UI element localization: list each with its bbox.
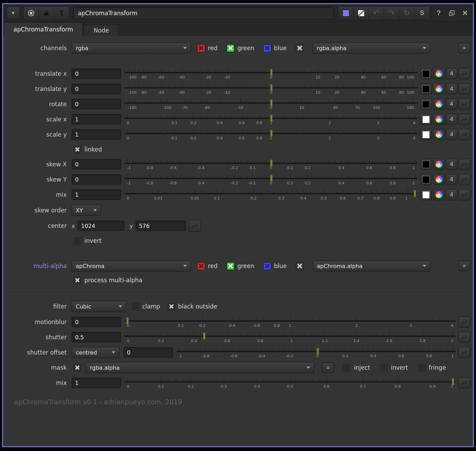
scale-y-curve-button[interactable] (459, 129, 470, 140)
alpha-channel-dropdown[interactable]: rgba.alpha (313, 43, 430, 54)
slider-handle[interactable] (270, 175, 273, 182)
translate-x-color-swatch-button[interactable] (420, 68, 432, 79)
translate-x-slider[interactable]: -100-80-60-40-20-1001020406080100 (125, 66, 418, 81)
undo-button[interactable]: ↶ (369, 7, 384, 20)
mix2-input[interactable] (72, 378, 121, 388)
mix-colorwheel-button[interactable] (433, 189, 445, 200)
slider-track[interactable] (125, 335, 456, 337)
channels-layer-dropdown[interactable]: rgba (72, 43, 191, 54)
skew-y-curve-button[interactable] (459, 174, 470, 185)
slider-handle[interactable] (414, 190, 416, 197)
scale-y-input[interactable] (72, 129, 121, 140)
filter-dropdown[interactable]: Cubic (72, 301, 126, 312)
rotate-input[interactable] (72, 99, 121, 109)
mix2-curve-button[interactable] (458, 377, 470, 388)
translate-y-slider[interactable]: -100-80-60-40-20-1001020406080100 (125, 81, 418, 96)
tab-apchromatransform[interactable]: apChromaTransform (4, 22, 83, 36)
shutter-offset-curve-button[interactable] (458, 347, 470, 358)
mask-checkbox[interactable] (74, 364, 81, 371)
scale-y-color-swatch-button[interactable] (420, 129, 432, 140)
translate-x-colorwheel-button[interactable] (433, 68, 445, 79)
center-node-button[interactable] (24, 7, 39, 20)
translate-y-input[interactable] (72, 84, 121, 94)
rotate-colorwheel-button[interactable] (433, 99, 445, 110)
shutter-offset-slider[interactable]: -1-0.8-0.6-0.4-0.200.20.40.60.81 (176, 345, 456, 360)
scale-y-channel-count-button[interactable]: 4 (446, 129, 457, 140)
skew-x-colorwheel-button[interactable] (433, 159, 445, 170)
center-curve-button[interactable] (189, 220, 201, 232)
scale-x-curve-button[interactable] (459, 114, 470, 125)
scale-y-colorwheel-button[interactable] (433, 129, 445, 140)
shutter-input[interactable] (72, 332, 121, 342)
float-window-button[interactable] (447, 7, 456, 20)
shutter-offset-dropdown[interactable]: centred (72, 347, 119, 358)
help-button[interactable]: ? (434, 7, 443, 20)
translate-x-curve-button[interactable] (459, 68, 470, 79)
slider-handle[interactable] (270, 69, 273, 76)
mix-input[interactable] (72, 190, 121, 200)
mix-channel-count-button[interactable]: 4 (446, 189, 457, 200)
shutter-offset-input[interactable] (123, 347, 173, 358)
linked-checkbox[interactable] (74, 146, 81, 153)
process-multi-alpha-checkbox[interactable] (74, 277, 81, 284)
motionblur-curve-button[interactable] (458, 316, 470, 328)
multi-alpha-blue-checkbox[interactable] (263, 262, 271, 270)
scale-x-input[interactable] (72, 114, 121, 125)
translate-y-colorwheel-button[interactable] (433, 83, 445, 94)
multi-alpha-green-checkbox[interactable] (227, 262, 235, 270)
redo-button[interactable]: ↷ (384, 7, 399, 20)
slider-handle[interactable] (317, 348, 319, 355)
skew-y-slider[interactable]: -1-0.8-0.6-0.4-0.2-0.100.10.20.40.60.81 (125, 172, 418, 187)
multi-alpha-layer-dropdown[interactable]: apChroma (72, 260, 191, 271)
skew-x-slider[interactable]: -1-0.8-0.6-0.4-0.2-0.100.10.20.40.60.81 (125, 157, 418, 172)
node-name-input[interactable] (73, 7, 334, 19)
multi-alpha-alpha-checkbox[interactable] (296, 262, 304, 270)
skew-x-input[interactable] (72, 159, 121, 169)
motionblur-input[interactable] (72, 317, 121, 327)
revert-button[interactable]: ↻ (399, 7, 414, 20)
skew-order-dropdown[interactable]: XY (72, 205, 101, 216)
mix-color-swatch-button[interactable] (420, 189, 432, 200)
multi-alpha-red-checkbox[interactable] (197, 262, 205, 270)
skew-x-color-swatch-button[interactable] (420, 159, 432, 170)
slider-track[interactable] (125, 320, 456, 322)
rotate-slider[interactable]: -180-100-70-40-100104070100180 (125, 96, 418, 112)
scale-x-color-swatch-button[interactable] (420, 114, 432, 125)
channel-blue-checkbox[interactable] (263, 44, 271, 52)
shutter-curve-button[interactable] (458, 332, 470, 343)
mix-curve-button[interactable] (459, 189, 470, 200)
gl-color-button[interactable] (354, 7, 369, 20)
mix-slider[interactable]: 00.010.050.10.20.30.40.50.60.70.80.91 (125, 187, 418, 202)
skew-y-channel-count-button[interactable]: 4 (446, 174, 457, 185)
skew-y-input[interactable] (72, 174, 121, 185)
invert-checkbox[interactable] (74, 237, 81, 245)
save-preset-button[interactable]: S (414, 7, 430, 20)
skew-x-channel-count-button[interactable]: 4 (446, 159, 457, 170)
slider-track[interactable] (125, 193, 418, 194)
scale-x-colorwheel-button[interactable] (433, 114, 445, 125)
rotate-curve-button[interactable] (459, 99, 470, 110)
node-color-button[interactable] (338, 7, 354, 20)
translate-y-color-swatch-button[interactable] (420, 83, 432, 94)
shutter-slider[interactable]: 00.20.40.60.811.21.41.61.82 (125, 330, 456, 345)
mask-channel-dropdown[interactable]: rgba.alpha (86, 362, 314, 373)
slider-handle[interactable] (203, 332, 205, 340)
skew-x-curve-button[interactable] (459, 159, 470, 170)
wrench-button[interactable] (54, 7, 69, 20)
rotate-channel-count-button[interactable]: 4 (446, 99, 457, 110)
viewer-attach-button[interactable] (39, 7, 54, 20)
motionblur-slider[interactable]: 00.10.20.40.60.81234 (125, 314, 456, 330)
black-outside-checkbox[interactable] (168, 303, 175, 310)
translate-x-channel-count-button[interactable]: 4 (446, 68, 457, 79)
slider-handle[interactable] (126, 317, 129, 324)
channel-alpha-checkbox[interactable] (296, 44, 304, 52)
mask-invert-checkbox[interactable] (381, 364, 388, 371)
tab-node[interactable]: Node (84, 24, 118, 36)
fringe-checkbox[interactable] (418, 364, 425, 371)
slider-handle[interactable] (270, 99, 273, 107)
translate-y-channel-count-button[interactable]: 4 (446, 83, 457, 94)
slider-track[interactable] (125, 381, 456, 383)
translate-x-input[interactable] (72, 68, 121, 79)
slider-handle[interactable] (270, 159, 273, 167)
slider-handle[interactable] (452, 378, 454, 385)
